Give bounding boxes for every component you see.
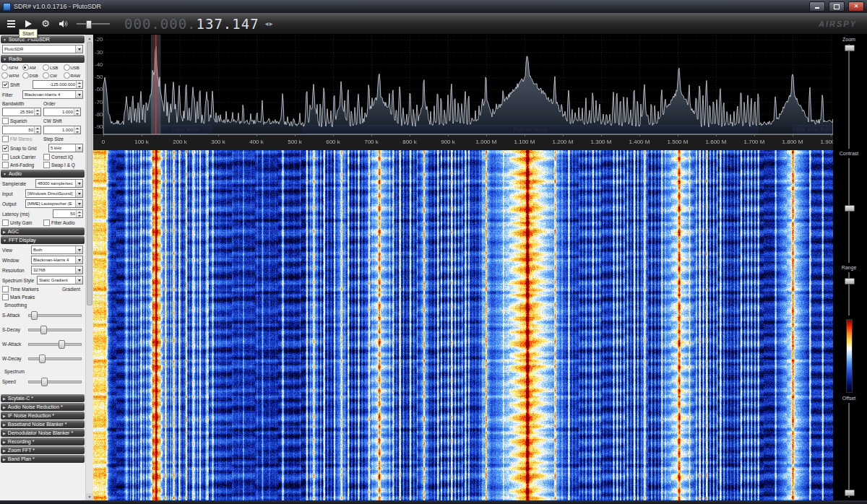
step-up-icon[interactable]: ▸: [269, 19, 273, 27]
chevron-down-icon[interactable]: [75, 266, 82, 274]
chevron-down-icon[interactable]: [75, 277, 82, 284]
squelch-checkbox[interactable]: [2, 118, 9, 124]
step-size-combo[interactable]: 5 kHz: [48, 144, 83, 152]
mark-peaks-checkbox[interactable]: [2, 294, 9, 300]
range-slider[interactable]: [844, 271, 854, 317]
mode-usb[interactable]: USB: [64, 64, 85, 71]
resolution-combo[interactable]: 32768: [31, 266, 83, 274]
panel-agc[interactable]: ▶ AGC: [1, 227, 85, 235]
waterfall-display[interactable]: [93, 150, 833, 500]
slider-thumb[interactable]: [41, 378, 48, 386]
titlebar[interactable]: SDR# v1.0.0.1716 - PlutoSDR ✕: [0, 0, 867, 13]
offset-slider[interactable]: [844, 401, 854, 499]
scroll-up-icon[interactable]: ▲: [86, 35, 93, 42]
slider-thumb[interactable]: [845, 205, 855, 212]
mode-raw[interactable]: RAW: [64, 72, 85, 79]
panel-recording[interactable]: ▶Recording *: [1, 438, 85, 446]
chevron-down-icon[interactable]: [75, 190, 82, 197]
slider-thumb[interactable]: [845, 278, 855, 284]
audio-input-combo[interactable]: [Windows DirectSound]: [25, 189, 83, 198]
slider-thumb[interactable]: [845, 490, 855, 496]
contrast-slider[interactable]: [844, 157, 854, 264]
audio-output-combo[interactable]: [MME] Lautsprecher (E: [25, 199, 83, 208]
order-field[interactable]: 1.000: [43, 108, 81, 116]
panel-band-plan[interactable]: ▶Band Plan *: [1, 455, 85, 463]
shift-checkbox[interactable]: [2, 82, 9, 88]
mode-am[interactable]: AM: [22, 64, 43, 71]
volume-thumb[interactable]: [86, 20, 92, 29]
panel-audio-noise-reduction[interactable]: ▶Audio Noise Reduction *: [1, 403, 85, 411]
slider-thumb[interactable]: [39, 355, 46, 363]
spinner-icons[interactable]: [34, 126, 40, 134]
correct-iq-checkbox[interactable]: [43, 154, 50, 160]
cw-shift-field[interactable]: 1.000: [43, 126, 81, 134]
snap-to-grid-checkbox[interactable]: [2, 145, 9, 152]
panel-radio[interactable]: ▼ Radio: [1, 55, 85, 63]
fft-window-combo[interactable]: Blackman-Harris 4: [31, 256, 83, 264]
panel-demodulator-noise-blanker[interactable]: ▶Demodulator Noise Blanker *: [1, 429, 85, 437]
unity-gain-checkbox[interactable]: [2, 220, 9, 226]
source-device-combo[interactable]: PlutoSDR: [2, 45, 83, 53]
speed-slider[interactable]: [27, 377, 83, 386]
spinner-icons[interactable]: [74, 126, 80, 134]
slider-thumb[interactable]: [31, 311, 38, 320]
chevron-down-icon[interactable]: [75, 246, 82, 253]
squelch-field[interactable]: 50: [2, 126, 41, 134]
fm-stereo-checkbox[interactable]: [2, 136, 9, 142]
w-attack-slider[interactable]: [27, 339, 83, 348]
panel-if-noise-reduction[interactable]: ▶IF Noise Reduction *: [1, 412, 85, 420]
chevron-down-icon[interactable]: [75, 180, 82, 187]
bandwidth-field[interactable]: 25.590: [2, 108, 41, 116]
chevron-down-icon[interactable]: [75, 45, 82, 53]
lock-carrier-checkbox[interactable]: [2, 154, 9, 160]
volume-slider[interactable]: [77, 19, 110, 28]
spectrum-display[interactable]: [93, 35, 833, 150]
view-combo[interactable]: Both: [31, 246, 83, 254]
spinner-icons[interactable]: [76, 81, 82, 88]
panel-baseband-noise-blanker[interactable]: ▶Baseband Noise Blanker *: [1, 420, 85, 428]
menu-button[interactable]: [4, 17, 17, 30]
chevron-down-icon[interactable]: [75, 144, 82, 152]
spinner-icons[interactable]: [34, 108, 40, 116]
w-decay-slider[interactable]: [27, 354, 83, 362]
samplerate-combo[interactable]: 48000 sample/sec: [35, 179, 83, 188]
mode-lsb[interactable]: LSB: [43, 64, 64, 71]
mode-dsb[interactable]: DSB: [22, 72, 43, 79]
spectrum-style-combo[interactable]: Static Gradient: [37, 276, 83, 284]
time-markers-checkbox[interactable]: [2, 286, 9, 292]
step-down-icon[interactable]: ◂: [265, 19, 269, 27]
slider-thumb[interactable]: [40, 326, 47, 334]
mute-button[interactable]: [56, 17, 69, 30]
minimize-button[interactable]: [809, 1, 825, 12]
slider-thumb[interactable]: [59, 340, 65, 349]
slider-thumb[interactable]: [845, 45, 855, 51]
panel-source[interactable]: ▼ Source: PlutoSDR: [1, 35, 85, 43]
filter-combo[interactable]: Blackman-Harris 4: [22, 90, 83, 99]
scrollbar-thumb[interactable]: [87, 42, 92, 305]
anti-fading-checkbox[interactable]: [2, 162, 9, 168]
settings-button[interactable]: ⚙: [39, 17, 52, 30]
s-decay-slider[interactable]: [27, 325, 83, 334]
mode-nfm[interactable]: NFM: [1, 64, 22, 71]
maximize-button[interactable]: [829, 1, 845, 12]
frequency-step-buttons[interactable]: ◂▸: [265, 19, 273, 27]
start-button[interactable]: [22, 17, 35, 30]
gradient-button[interactable]: Gradient: [62, 287, 80, 292]
latency-field[interactable]: 50: [53, 209, 83, 218]
mode-wfm[interactable]: WFM: [1, 72, 22, 79]
filter-audio-checkbox[interactable]: [43, 220, 50, 226]
shift-field[interactable]: -125.000.000: [33, 80, 83, 89]
scroll-down-icon[interactable]: ▼: [86, 493, 93, 500]
scrollbar-track[interactable]: [86, 42, 93, 493]
spinner-icons[interactable]: [74, 108, 80, 116]
zoom-slider[interactable]: [844, 43, 854, 150]
close-button[interactable]: ✕: [848, 1, 864, 12]
chevron-down-icon[interactable]: [75, 200, 82, 207]
chevron-down-icon[interactable]: [75, 256, 82, 264]
swap-iq-checkbox[interactable]: [43, 162, 50, 168]
s-attack-slider[interactable]: [27, 310, 83, 319]
mode-cw[interactable]: CW: [43, 72, 64, 79]
panel-zoom-fft[interactable]: ▶Zoom FFT *: [1, 446, 85, 454]
chevron-down-icon[interactable]: [75, 91, 82, 98]
panel-scytale-c[interactable]: ▶Scytale-C *: [1, 394, 85, 402]
